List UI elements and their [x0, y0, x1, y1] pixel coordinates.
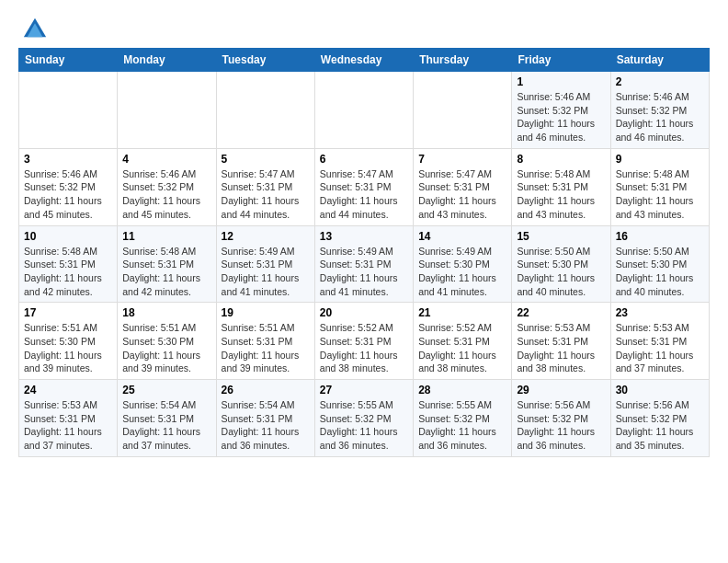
day-info: Sunrise: 5:47 AMSunset: 5:31 PMDaylight:… [222, 167, 310, 222]
day-info: Sunrise: 5:56 AMSunset: 5:32 PMDaylight:… [517, 398, 605, 453]
day-number: 8 [517, 153, 605, 166]
calendar-cell: 29Sunrise: 5:56 AMSunset: 5:32 PMDayligh… [512, 380, 610, 457]
calendar-cell: 19Sunrise: 5:51 AMSunset: 5:31 PMDayligh… [216, 303, 314, 380]
day-number: 24 [24, 384, 112, 396]
day-info: Sunrise: 5:46 AMSunset: 5:32 PMDaylight:… [122, 167, 210, 222]
calendar-cell: 2Sunrise: 5:46 AMSunset: 5:32 PMDaylight… [610, 72, 709, 149]
calendar-cell: 30Sunrise: 5:56 AMSunset: 5:32 PMDayligh… [610, 380, 709, 457]
day-info: Sunrise: 5:54 AMSunset: 5:31 PMDaylight:… [122, 398, 210, 453]
day-info: Sunrise: 5:53 AMSunset: 5:31 PMDaylight:… [616, 321, 704, 375]
calendar-cell: 24Sunrise: 5:53 AMSunset: 5:31 PMDayligh… [19, 380, 118, 457]
day-number: 19 [222, 306, 310, 319]
calendar-cell: 20Sunrise: 5:52 AMSunset: 5:31 PMDayligh… [314, 303, 413, 380]
day-number: 9 [616, 153, 704, 166]
day-info: Sunrise: 5:50 AMSunset: 5:30 PMDaylight:… [616, 245, 704, 299]
day-number: 14 [418, 230, 506, 243]
day-number: 16 [616, 230, 704, 243]
day-number: 27 [320, 384, 408, 396]
day-info: Sunrise: 5:48 AMSunset: 5:31 PMDaylight:… [122, 245, 210, 299]
weekday-header: Thursday [414, 49, 512, 72]
calendar-cell [314, 72, 413, 149]
day-number: 29 [517, 384, 605, 396]
day-number: 12 [222, 230, 310, 243]
calendar-cell: 15Sunrise: 5:50 AMSunset: 5:30 PMDayligh… [512, 225, 610, 303]
calendar-cell: 14Sunrise: 5:49 AMSunset: 5:30 PMDayligh… [414, 225, 512, 303]
day-info: Sunrise: 5:52 AMSunset: 5:31 PMDaylight:… [418, 321, 506, 375]
day-number: 22 [517, 306, 605, 319]
calendar-cell: 9Sunrise: 5:48 AMSunset: 5:31 PMDaylight… [610, 148, 709, 225]
weekday-header-row: SundayMondayTuesdayWednesdayThursdayFrid… [19, 49, 710, 72]
day-number: 4 [122, 153, 210, 166]
weekday-header: Monday [118, 49, 216, 72]
weekday-header: Saturday [610, 49, 709, 72]
weekday-header: Friday [512, 49, 610, 72]
day-number: 18 [122, 306, 210, 319]
day-number: 21 [418, 306, 506, 319]
calendar-cell [19, 72, 118, 149]
calendar-cell: 13Sunrise: 5:49 AMSunset: 5:31 PMDayligh… [314, 225, 413, 303]
calendar-cell: 1Sunrise: 5:46 AMSunset: 5:32 PMDaylight… [512, 72, 610, 149]
day-number: 13 [320, 230, 408, 243]
day-info: Sunrise: 5:49 AMSunset: 5:31 PMDaylight:… [320, 245, 408, 299]
day-info: Sunrise: 5:48 AMSunset: 5:31 PMDaylight:… [24, 245, 112, 299]
day-number: 20 [320, 306, 408, 319]
calendar-cell: 8Sunrise: 5:48 AMSunset: 5:31 PMDaylight… [512, 148, 610, 225]
calendar-cell [414, 72, 512, 149]
day-info: Sunrise: 5:47 AMSunset: 5:31 PMDaylight:… [320, 167, 408, 222]
day-info: Sunrise: 5:53 AMSunset: 5:31 PMDaylight:… [24, 398, 112, 453]
calendar-cell: 27Sunrise: 5:55 AMSunset: 5:32 PMDayligh… [314, 380, 413, 457]
logo [18, 15, 48, 40]
calendar-cell: 25Sunrise: 5:54 AMSunset: 5:31 PMDayligh… [118, 380, 216, 457]
day-info: Sunrise: 5:49 AMSunset: 5:30 PMDaylight:… [418, 245, 506, 299]
logo-icon [22, 15, 48, 40]
day-info: Sunrise: 5:55 AMSunset: 5:32 PMDaylight:… [418, 398, 506, 453]
day-info: Sunrise: 5:55 AMSunset: 5:32 PMDaylight:… [320, 398, 408, 453]
day-info: Sunrise: 5:46 AMSunset: 5:32 PMDaylight:… [24, 167, 112, 222]
weekday-header: Sunday [19, 49, 118, 72]
day-info: Sunrise: 5:48 AMSunset: 5:31 PMDaylight:… [616, 167, 704, 222]
day-number: 17 [24, 306, 112, 319]
day-number: 23 [616, 306, 704, 319]
day-info: Sunrise: 5:48 AMSunset: 5:31 PMDaylight:… [517, 167, 605, 222]
day-number: 25 [122, 384, 210, 396]
calendar-table: SundayMondayTuesdayWednesdayThursdayFrid… [18, 48, 710, 457]
calendar-cell: 11Sunrise: 5:48 AMSunset: 5:31 PMDayligh… [118, 225, 216, 303]
day-info: Sunrise: 5:54 AMSunset: 5:31 PMDaylight:… [222, 398, 310, 453]
calendar-cell: 22Sunrise: 5:53 AMSunset: 5:31 PMDayligh… [512, 303, 610, 380]
day-info: Sunrise: 5:53 AMSunset: 5:31 PMDaylight:… [517, 321, 605, 375]
day-number: 26 [222, 384, 310, 396]
calendar-cell: 7Sunrise: 5:47 AMSunset: 5:31 PMDaylight… [414, 148, 512, 225]
calendar-cell: 3Sunrise: 5:46 AMSunset: 5:32 PMDaylight… [19, 148, 118, 225]
calendar-cell: 23Sunrise: 5:53 AMSunset: 5:31 PMDayligh… [610, 303, 709, 380]
day-info: Sunrise: 5:56 AMSunset: 5:32 PMDaylight:… [616, 398, 704, 453]
day-info: Sunrise: 5:46 AMSunset: 5:32 PMDaylight:… [517, 90, 605, 144]
day-info: Sunrise: 5:49 AMSunset: 5:31 PMDaylight:… [222, 245, 310, 299]
day-number: 15 [517, 230, 605, 243]
calendar-cell: 21Sunrise: 5:52 AMSunset: 5:31 PMDayligh… [414, 303, 512, 380]
day-info: Sunrise: 5:50 AMSunset: 5:30 PMDaylight:… [517, 245, 605, 299]
day-info: Sunrise: 5:51 AMSunset: 5:30 PMDaylight:… [24, 321, 112, 375]
day-number: 6 [320, 153, 408, 166]
calendar-cell: 28Sunrise: 5:55 AMSunset: 5:32 PMDayligh… [414, 380, 512, 457]
calendar-week-row: 1Sunrise: 5:46 AMSunset: 5:32 PMDaylight… [19, 72, 710, 149]
day-info: Sunrise: 5:51 AMSunset: 5:31 PMDaylight:… [222, 321, 310, 375]
calendar-week-row: 24Sunrise: 5:53 AMSunset: 5:31 PMDayligh… [19, 380, 710, 457]
day-number: 10 [24, 230, 112, 243]
day-info: Sunrise: 5:47 AMSunset: 5:31 PMDaylight:… [418, 167, 506, 222]
day-info: Sunrise: 5:51 AMSunset: 5:30 PMDaylight:… [122, 321, 210, 375]
day-number: 30 [616, 384, 704, 396]
calendar-cell: 5Sunrise: 5:47 AMSunset: 5:31 PMDaylight… [216, 148, 314, 225]
page: SundayMondayTuesdayWednesdayThursdayFrid… [0, 0, 728, 476]
header [18, 15, 710, 40]
calendar-cell: 6Sunrise: 5:47 AMSunset: 5:31 PMDaylight… [314, 148, 413, 225]
calendar-week-row: 10Sunrise: 5:48 AMSunset: 5:31 PMDayligh… [19, 225, 710, 303]
calendar-cell: 4Sunrise: 5:46 AMSunset: 5:32 PMDaylight… [118, 148, 216, 225]
calendar-cell: 17Sunrise: 5:51 AMSunset: 5:30 PMDayligh… [19, 303, 118, 380]
calendar-cell [118, 72, 216, 149]
day-number: 3 [24, 153, 112, 166]
day-number: 5 [222, 153, 310, 166]
calendar-cell: 10Sunrise: 5:48 AMSunset: 5:31 PMDayligh… [19, 225, 118, 303]
calendar-cell: 26Sunrise: 5:54 AMSunset: 5:31 PMDayligh… [216, 380, 314, 457]
day-info: Sunrise: 5:52 AMSunset: 5:31 PMDaylight:… [320, 321, 408, 375]
calendar-cell: 18Sunrise: 5:51 AMSunset: 5:30 PMDayligh… [118, 303, 216, 380]
